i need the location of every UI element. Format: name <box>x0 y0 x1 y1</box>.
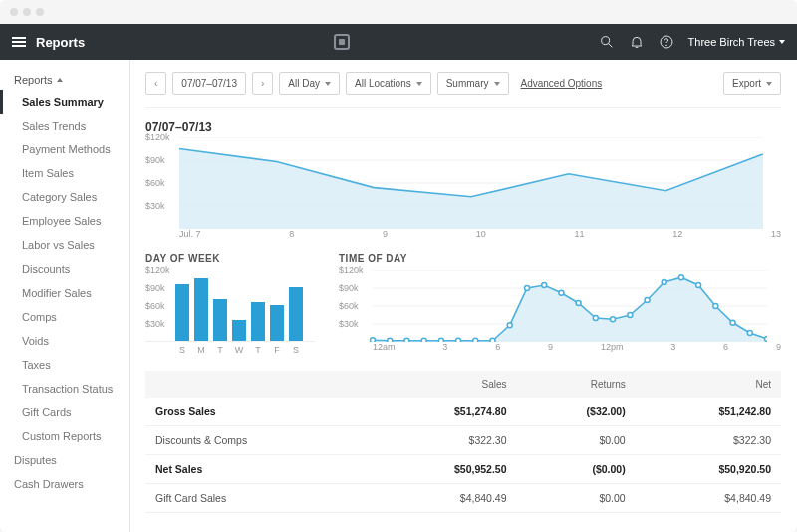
sidebar-item[interactable]: Sales Summary <box>0 90 129 114</box>
chevron-down-icon <box>766 82 772 86</box>
sidebar-item[interactable]: Modifier Sales <box>0 281 129 305</box>
date-range-button[interactable]: 07/07–07/13 <box>172 72 246 95</box>
svg-point-0 <box>601 37 609 45</box>
svg-point-32 <box>696 283 701 288</box>
sidebar-item[interactable]: Payment Methods <box>0 137 129 161</box>
location-filter-button[interactable]: All Locations <box>346 72 431 95</box>
time-filter-button[interactable]: All Day <box>279 72 340 95</box>
toolbar: ‹ 07/07–07/13 › All Day All Locations Su… <box>145 60 781 108</box>
bar <box>270 305 284 341</box>
table-row: Gross Sales$51,274.80($32.00)$51,242.80 <box>145 398 781 426</box>
tod-chart: $30k$60k$90k$120k12am36912pm369 <box>339 270 781 352</box>
table-row: Gift Card Sales$4,840.49$0.00$4,840.49 <box>145 484 781 513</box>
chevron-down-icon <box>779 40 785 44</box>
svg-point-22 <box>525 286 530 291</box>
sidebar-item[interactable]: Gift Cards <box>0 400 129 424</box>
sidebar-item[interactable]: Transaction Status <box>0 377 129 400</box>
svg-point-30 <box>662 280 666 285</box>
svg-point-26 <box>593 316 598 321</box>
svg-point-31 <box>678 275 683 280</box>
date-next-button[interactable]: › <box>252 72 273 95</box>
svg-point-34 <box>730 320 735 325</box>
table-row: Net Sales$50,952.50($0.00)$50,920.50 <box>145 455 781 484</box>
table-row: Discounts & Comps$322.30$0.00$322.30 <box>145 426 781 455</box>
topbar: Reports Three Birch Trees <box>0 24 797 60</box>
bar <box>213 299 227 341</box>
square-logo-icon <box>334 34 350 50</box>
sales-table: SalesReturnsNet Gross Sales$51,274.80($3… <box>145 371 781 513</box>
svg-point-29 <box>645 298 650 303</box>
sidebar-item[interactable]: Custom Reports <box>0 424 129 448</box>
svg-point-28 <box>628 313 633 318</box>
svg-point-19 <box>473 338 478 342</box>
svg-point-35 <box>747 331 752 336</box>
sidebar-item[interactable]: Comps <box>0 305 129 329</box>
svg-point-16 <box>421 338 426 342</box>
svg-point-24 <box>559 290 564 295</box>
chevron-down-icon <box>416 82 422 86</box>
sidebar-item[interactable]: Discounts <box>0 257 129 281</box>
tod-chart-title: TIME OF DAY <box>339 253 781 264</box>
sidebar-item[interactable]: Disputes <box>0 448 129 472</box>
chevron-down-icon <box>325 82 331 86</box>
svg-point-18 <box>456 338 461 342</box>
main-chart-title: 07/07–07/13 <box>145 120 781 133</box>
dow-chart: $30k$60k$90k$120kSMTWTFS <box>145 270 315 355</box>
export-button[interactable]: Export <box>723 72 781 95</box>
svg-point-21 <box>507 323 512 328</box>
svg-point-4 <box>665 45 666 46</box>
search-icon[interactable] <box>599 34 615 50</box>
sidebar-item[interactable]: Cash Drawers <box>0 472 129 496</box>
table-header <box>145 371 371 398</box>
svg-point-15 <box>404 338 409 342</box>
notifications-icon[interactable] <box>629 34 645 50</box>
sidebar-item[interactable]: Voids <box>0 329 129 353</box>
main-chart: $30k$60k$90k$120kJul. 78910111213 <box>145 137 781 239</box>
bar <box>289 287 303 341</box>
table-header: Returns <box>517 371 636 398</box>
advanced-options-link[interactable]: Advanced Options <box>521 78 603 89</box>
bar <box>251 302 265 341</box>
sidebar-item[interactable]: Labor vs Sales <box>0 233 129 257</box>
bar <box>194 278 208 341</box>
bar <box>175 284 189 341</box>
sidebar-group-label: Reports <box>14 74 53 86</box>
sidebar-group-reports[interactable]: Reports <box>0 70 129 90</box>
svg-point-33 <box>713 304 718 309</box>
view-filter-button[interactable]: Summary <box>437 72 509 95</box>
svg-point-25 <box>576 301 581 306</box>
svg-line-1 <box>609 44 612 47</box>
chevron-up-icon <box>57 78 63 82</box>
account-menu[interactable]: Three Birch Trees <box>688 36 785 48</box>
sidebar-item[interactable]: Taxes <box>0 353 129 377</box>
menu-icon[interactable] <box>12 37 26 47</box>
sidebar-item[interactable]: Sales Trends <box>0 114 129 137</box>
sidebar-item[interactable]: Item Sales <box>0 161 129 185</box>
date-prev-button[interactable]: ‹ <box>145 72 166 95</box>
table-header: Net <box>636 371 781 398</box>
svg-point-36 <box>765 337 768 342</box>
table-header: Sales <box>371 371 516 398</box>
sidebar-item[interactable]: Category Sales <box>0 185 129 209</box>
main-content: ‹ 07/07–07/13 › All Day All Locations Su… <box>130 60 797 532</box>
account-name: Three Birch Trees <box>688 36 775 48</box>
chevron-down-icon <box>494 82 500 86</box>
sidebar: Reports Sales SummarySales TrendsPayment… <box>0 60 130 532</box>
page-title: Reports <box>36 35 85 50</box>
svg-point-27 <box>611 317 616 322</box>
svg-point-23 <box>542 283 547 288</box>
sidebar-item[interactable]: Employee Sales <box>0 209 129 233</box>
window-traffic-lights <box>0 0 797 24</box>
help-icon[interactable] <box>659 34 674 50</box>
dow-chart-title: DAY OF WEEK <box>145 253 315 264</box>
bar <box>232 320 246 341</box>
